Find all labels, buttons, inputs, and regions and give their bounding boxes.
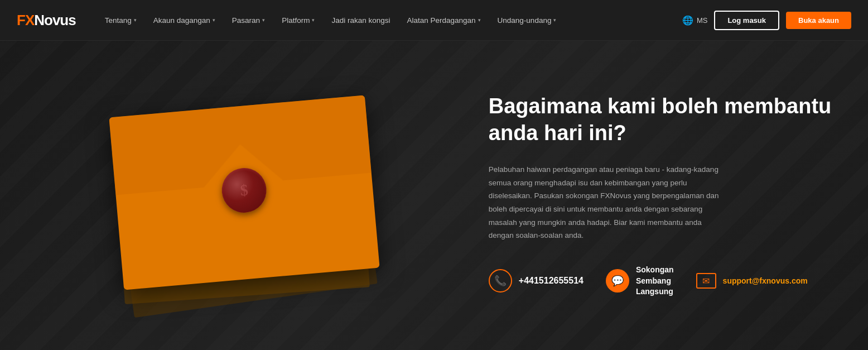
contact-phone-item: 📞 +441512655514 — [489, 269, 584, 293]
logo[interactable]: FXNovus — [17, 12, 76, 29]
nav-akaun-dagangan[interactable]: Akaun dagangan ▾ — [147, 12, 222, 29]
nav-alatan[interactable]: Alatan Perdagangan ▾ — [400, 12, 487, 29]
chevron-down-icon: ▾ — [213, 17, 215, 23]
envelope-main — [109, 95, 379, 290]
nav-pasaran[interactable]: Pasaran ▾ — [225, 12, 272, 29]
email-address[interactable]: support@fxnovus.com — [723, 276, 808, 285]
wax-seal — [220, 166, 268, 215]
nav-tentang[interactable]: Tentang ▾ — [98, 12, 143, 29]
contact-email-item: ✉ support@fxnovus.com — [696, 273, 808, 289]
contact-chat-item: 💬 Sokongan Sembang Langsung — [606, 265, 674, 298]
hero-description: Pelabuhan haiwan perdagangan atau peniag… — [489, 163, 729, 242]
globe-icon: 🌐 — [682, 15, 693, 26]
phone-icon: 📞 — [489, 269, 512, 293]
content-section: Bagaimana kami boleh membantu anda hari … — [478, 60, 868, 331]
chat-label[interactable]: Sokongan Sembang Langsung — [636, 265, 674, 298]
logo-fx: FX — [17, 12, 34, 29]
envelope-section — [0, 67, 478, 324]
chevron-down-icon: ▾ — [553, 17, 556, 23]
email-icon: ✉ — [696, 273, 716, 289]
nav-links: Tentang ▾ Akaun dagangan ▾ Pasaran ▾ Pla… — [98, 12, 682, 29]
contact-row: 📞 +441512655514 💬 Sokongan Sembang Langs… — [489, 265, 835, 298]
nav-platform[interactable]: Platform ▾ — [275, 12, 321, 29]
login-button[interactable]: Log masuk — [714, 11, 779, 30]
chat-icon: 💬 — [606, 269, 629, 293]
nav-jadi-rakan[interactable]: Jadi rakan kongsi — [325, 12, 397, 29]
chevron-down-icon: ▾ — [478, 17, 481, 23]
language-selector[interactable]: 🌐 MS — [682, 15, 708, 26]
nav-right: 🌐 MS Log masuk Buka akaun — [682, 11, 851, 30]
hero-title: Bagaimana kami boleh membantu anda hari … — [489, 93, 835, 146]
register-button[interactable]: Buka akaun — [786, 12, 851, 29]
chevron-down-icon: ▾ — [262, 17, 265, 23]
logo-novus: Novus — [34, 12, 75, 29]
nav-undang[interactable]: Undang-undang ▾ — [491, 12, 563, 29]
chevron-down-icon: ▾ — [134, 17, 137, 23]
hero-section: Bagaimana kami boleh membantu anda hari … — [0, 41, 868, 350]
phone-number[interactable]: +441512655514 — [519, 276, 584, 286]
envelope-wrapper — [116, 100, 384, 290]
chevron-down-icon: ▾ — [312, 17, 315, 23]
navbar: FXNovus Tentang ▾ Akaun dagangan ▾ Pasar… — [0, 0, 868, 41]
